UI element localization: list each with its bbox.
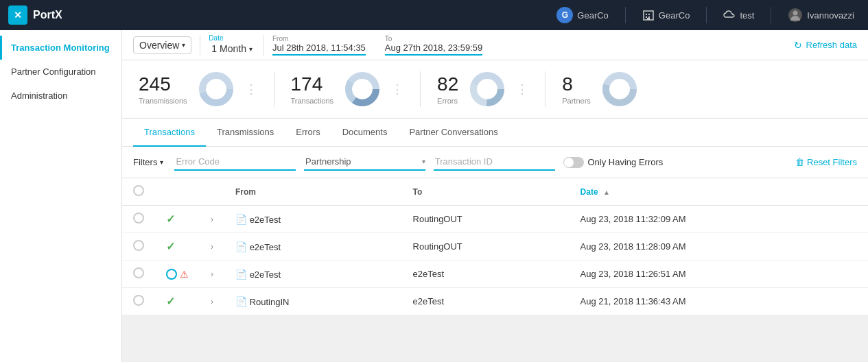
status-error-icon: ⚠ — [180, 269, 189, 280]
filters-chevron-icon: ▾ — [160, 158, 163, 166]
error-code-filter — [174, 154, 296, 171]
row-checkbox[interactable] — [166, 269, 177, 280]
only-errors-toggle[interactable] — [563, 157, 584, 168]
sidebar-item-partner-configuration[interactable]: Partner Configuration — [0, 60, 121, 84]
nav-divider-2 — [706, 7, 707, 23]
building-icon — [642, 9, 655, 21]
tab-transmissions[interactable]: Transmissions — [206, 119, 285, 147]
row-checkbox[interactable] — [133, 240, 144, 251]
overview-label: Overview — [139, 40, 179, 51]
main-content: Overview ▾ Date 1 Month ▾ From Jul 28th … — [122, 30, 868, 362]
col-expand — [200, 178, 224, 206]
table-header: From To Date ▲ — [122, 178, 868, 206]
transactions-number: 174 — [291, 73, 334, 95]
sidebar-item-administration[interactable]: Administration — [0, 84, 121, 108]
org-name-2: GearCo — [659, 10, 690, 21]
row-to: RoutingOUT — [413, 214, 462, 224]
transaction-id-input[interactable] — [434, 154, 555, 171]
stat-transmissions: 245 Transmissions ⋮ — [139, 71, 274, 107]
row-expand-icon[interactable]: › — [211, 215, 213, 224]
row-checkbox[interactable] — [133, 213, 144, 224]
only-errors-label: Only Having Errors — [588, 157, 664, 167]
transactions-table: From To Date ▲ ✓›📄 e2eTestRoutingOUTAug … — [122, 178, 868, 315]
row-checkbox[interactable] — [133, 267, 144, 278]
org-selector-2[interactable]: GearCo — [637, 9, 696, 21]
svg-rect-5 — [647, 18, 650, 20]
col-date[interactable]: Date ▲ — [570, 178, 868, 206]
tab-documents[interactable]: Documents — [331, 119, 399, 147]
partners-number: 8 — [562, 73, 591, 95]
nav-divider-3 — [771, 7, 771, 23]
transmissions-chart — [198, 71, 234, 107]
col-status — [155, 178, 200, 206]
table-row: ✓›📄 RoutingINe2eTestAug 21, 2018 11:36:4… — [122, 288, 868, 315]
refresh-button[interactable]: ↻ Refresh data — [794, 40, 857, 51]
overview-chevron-icon: ▾ — [182, 41, 185, 49]
org-selector-1[interactable]: G GearCo — [551, 7, 614, 23]
from-label: From — [272, 35, 366, 43]
row-expand-icon[interactable]: › — [211, 269, 213, 279]
transmissions-number: 245 — [139, 73, 187, 95]
nav-divider-1 — [625, 7, 626, 23]
doc-icon: 📄 — [235, 269, 247, 280]
to-date-group: To Aug 27th 2018, 23:59:59 — [385, 35, 482, 56]
partnership-select[interactable]: Partnership All — [304, 154, 422, 169]
filters-toggle[interactable]: Filters ▾ — [133, 157, 163, 167]
table-row: ⚠ ›📄 e2eTeste2eTestAug 23, 2018 11:26:51… — [122, 261, 868, 288]
stat-separator-1: ⋮ — [245, 82, 257, 97]
row-from: e2eTest — [250, 269, 281, 280]
doc-icon: 📄 — [235, 296, 247, 307]
env-name: test — [740, 10, 754, 21]
errors-number: 82 — [437, 73, 458, 95]
app-logo[interactable]: ✕ PortX — [8, 5, 62, 25]
row-date: Aug 23, 2018 11:32:09 AM — [580, 214, 686, 224]
select-all-checkbox[interactable] — [133, 185, 144, 196]
transmissions-label: Transmissions — [139, 97, 187, 105]
toggle-knob — [564, 158, 574, 167]
transactions-label: Transactions — [291, 97, 334, 105]
transactions-chart — [344, 71, 380, 107]
reset-filters-button[interactable]: 🗑 Reset Filters — [795, 157, 857, 167]
topbar-divider-1 — [200, 35, 200, 56]
row-to: e2eTest — [413, 296, 445, 306]
row-to: RoutingOUT — [413, 241, 462, 252]
org-avatar-1: G — [556, 7, 573, 23]
error-code-input[interactable] — [174, 154, 296, 171]
status-check-icon: ✓ — [166, 295, 175, 307]
partners-label: Partners — [562, 97, 591, 105]
user-menu[interactable]: Ivannovazzi — [782, 8, 860, 23]
tab-transactions[interactable]: Transactions — [133, 119, 206, 147]
transaction-id-filter — [434, 154, 555, 171]
col-from[interactable]: From — [224, 178, 402, 206]
col-to-label: To — [413, 187, 423, 197]
date-selector[interactable]: Date 1 Month ▾ — [209, 34, 255, 56]
topbar-divider-2 — [263, 35, 264, 56]
tab-errors[interactable]: Errors — [285, 119, 331, 147]
col-to[interactable]: To — [402, 178, 570, 206]
tab-partner-conversations[interactable]: Partner Conversations — [398, 119, 508, 147]
col-date-label: Date — [580, 187, 598, 197]
to-label: To — [385, 35, 482, 43]
svg-rect-4 — [648, 16, 650, 18]
env-selector[interactable]: test — [718, 10, 760, 21]
sidebar: Transaction Monitoring Partner Configura… — [0, 30, 122, 362]
sort-desc-icon: ▲ — [603, 189, 610, 196]
refresh-label: Refresh data — [806, 40, 857, 50]
row-expand-icon[interactable]: › — [211, 297, 213, 306]
row-from: e2eTest — [250, 242, 281, 252]
doc-icon: 📄 — [235, 214, 247, 225]
row-checkbox[interactable] — [133, 295, 144, 306]
stat-separator-2: ⋮ — [391, 82, 403, 97]
user-icon — [788, 8, 803, 23]
sidebar-item-transaction-monitoring[interactable]: Transaction Monitoring — [0, 36, 121, 60]
refresh-icon: ↻ — [794, 40, 802, 51]
col-from-label: From — [235, 187, 256, 197]
filters-label-text: Filters — [133, 157, 157, 167]
date-select-btn[interactable]: 1 Month ▾ — [209, 42, 255, 56]
overview-button[interactable]: Overview ▾ — [133, 36, 191, 54]
tabs-bar: Transactions Transmissions Errors Docume… — [122, 119, 868, 147]
row-expand-icon[interactable]: › — [211, 242, 213, 252]
partnership-chevron-icon: ▾ — [422, 158, 425, 165]
partnership-filter: Partnership All ▾ — [304, 154, 425, 171]
topbar: Overview ▾ Date 1 Month ▾ From Jul 28th … — [122, 30, 868, 60]
